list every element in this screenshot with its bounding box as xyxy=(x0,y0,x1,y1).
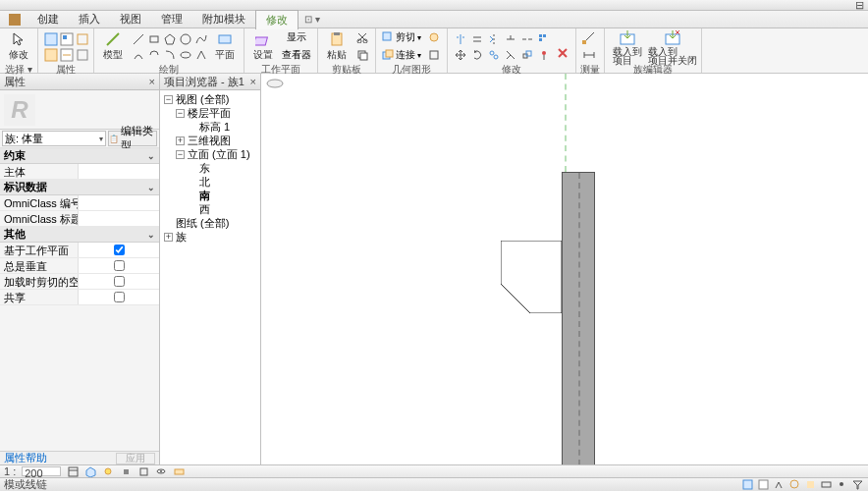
edit-type-button[interactable]: 📋编辑类型 xyxy=(108,131,157,146)
visual-style-icon[interactable] xyxy=(84,465,96,477)
project-browser-panel: 项目浏览器 - 族1 × −视图 (全部) −楼层平面 标高 1 +三维视图 −… xyxy=(160,74,261,464)
svg-rect-44 xyxy=(69,467,78,476)
tree-node-north[interactable]: 北 xyxy=(162,175,258,189)
tree-node-west[interactable]: 西 xyxy=(162,202,258,216)
nav-wheel-icon[interactable] xyxy=(265,78,285,89)
help-link[interactable]: 属性帮助 xyxy=(4,451,47,465)
tab-insert[interactable]: 插入 xyxy=(69,10,110,28)
scale-input[interactable]: 200 xyxy=(22,466,61,476)
tree-node-3d[interactable]: +三维视图 xyxy=(162,134,258,147)
workplane-checkbox[interactable] xyxy=(114,245,125,255)
pin-icon[interactable] xyxy=(535,46,553,64)
copy-icon[interactable] xyxy=(353,46,371,64)
reveal-icon[interactable] xyxy=(173,465,185,477)
status-icon-3[interactable] xyxy=(773,479,786,490)
model-button[interactable]: 模型 xyxy=(98,29,128,63)
load-to-project-button[interactable]: 载入到项目 xyxy=(609,29,646,63)
delete-icon[interactable] xyxy=(554,44,571,62)
tree-node-families[interactable]: +族 xyxy=(162,230,258,244)
tree-node-south[interactable]: 南 xyxy=(162,189,258,202)
draw-pick[interactable] xyxy=(192,46,210,64)
geom-icon-1[interactable] xyxy=(425,28,443,46)
svg-rect-18 xyxy=(334,32,340,35)
family-selector[interactable]: 族: 体量 ▾ xyxy=(2,131,106,146)
drawing-canvas[interactable] xyxy=(261,74,868,464)
svg-line-9 xyxy=(107,33,119,45)
paste-button[interactable]: 粘贴 xyxy=(322,29,352,63)
paste-icon xyxy=(328,30,346,47)
prop-always-vertical: 总是垂直 xyxy=(0,258,159,274)
omni-num-value[interactable] xyxy=(79,195,159,210)
host-value[interactable] xyxy=(79,164,159,179)
vertical-checkbox[interactable] xyxy=(114,260,125,271)
detail-level-icon[interactable] xyxy=(67,465,79,477)
prop-omni-title: OmniClass 标题 xyxy=(0,211,159,227)
section-constraints[interactable]: 约束⌄ xyxy=(0,148,159,164)
tab-modify[interactable]: 修改 xyxy=(255,10,298,29)
svg-point-54 xyxy=(790,480,798,488)
status-icon-1[interactable] xyxy=(741,479,754,490)
svg-rect-3 xyxy=(63,35,67,39)
filter-icon[interactable] xyxy=(851,479,864,490)
tree-node-sheets[interactable]: 图纸 (全部) xyxy=(162,216,258,230)
shadows-icon[interactable] xyxy=(120,465,132,477)
copy-mod-icon[interactable] xyxy=(485,46,503,64)
dimension-icon[interactable] xyxy=(580,46,598,64)
cut-icon[interactable] xyxy=(353,28,371,46)
revit-logo-icon: R xyxy=(4,94,35,126)
geom-icon-2[interactable] xyxy=(425,46,443,64)
status-icon-2[interactable] xyxy=(757,479,770,490)
scale-icon[interactable] xyxy=(518,46,536,64)
close-icon[interactable]: × xyxy=(250,76,256,87)
move-icon[interactable] xyxy=(452,46,469,64)
svg-rect-8 xyxy=(78,50,87,60)
svg-rect-11 xyxy=(150,36,158,42)
status-icon-5[interactable] xyxy=(804,479,817,490)
prop-shared: 共享 xyxy=(0,290,159,305)
join-geom-button[interactable]: 连接▾ xyxy=(380,46,423,64)
qat-dropdown[interactable]: ⊡ ▾ xyxy=(304,14,320,25)
apply-button[interactable]: 应用 xyxy=(116,453,155,464)
sun-path-icon[interactable] xyxy=(102,465,114,477)
status-icon-7[interactable] xyxy=(836,479,848,490)
modify-button[interactable]: 修改 xyxy=(4,29,33,63)
prop-spacer xyxy=(0,305,159,451)
wall-element[interactable] xyxy=(562,172,595,464)
section-other[interactable]: 其他⌄ xyxy=(0,227,159,243)
svg-rect-53 xyxy=(759,480,768,489)
prop-btn-6[interactable] xyxy=(74,46,91,64)
trim2-icon[interactable] xyxy=(502,46,519,64)
tab-create[interactable]: 创建 xyxy=(27,10,69,28)
profile-sketch[interactable] xyxy=(501,241,562,313)
cursor-icon xyxy=(10,30,27,47)
status-icon-4[interactable] xyxy=(788,479,801,490)
tab-addins[interactable]: 附加模块 xyxy=(192,10,255,28)
ribbon-group-measure: 测量 xyxy=(576,28,605,73)
hide-icon[interactable] xyxy=(155,465,167,477)
close-icon[interactable]: × xyxy=(149,76,155,87)
tree-node-east[interactable]: 东 xyxy=(162,161,258,175)
shared-checkbox[interactable] xyxy=(114,292,125,302)
rotate-icon[interactable] xyxy=(468,46,486,64)
tab-manage[interactable]: 管理 xyxy=(151,10,192,28)
viewer-button[interactable]: 查看器 xyxy=(280,46,313,64)
plane-button[interactable]: 平面 xyxy=(210,29,240,63)
app-logo-icon[interactable] xyxy=(8,13,22,27)
tree-node-views[interactable]: −视图 (全部) xyxy=(162,92,258,106)
tab-view[interactable]: 视图 xyxy=(110,10,151,28)
tree-node-level1[interactable]: 标高 1 xyxy=(162,120,258,134)
ribbon-group-geometry: 剪切▾ 连接▾ 几何图形 xyxy=(376,28,448,73)
cut-geom-button[interactable]: 剪切▾ xyxy=(380,28,423,46)
cutvoids-checkbox[interactable] xyxy=(114,276,125,287)
measure-icon[interactable] xyxy=(580,28,598,46)
tree-node-floorplans[interactable]: −楼层平面 xyxy=(162,106,258,120)
set-button[interactable]: 设置 xyxy=(248,29,278,63)
crop-icon[interactable] xyxy=(137,465,149,477)
close-icon[interactable]: ⊟ xyxy=(854,0,864,10)
section-identity[interactable]: 标识数据⌄ xyxy=(0,180,159,195)
tree-node-elevations[interactable]: −立面 (立面 1) xyxy=(162,147,258,161)
load-close-button[interactable]: 载入到项目并关闭 xyxy=(648,29,697,63)
omni-title-value[interactable] xyxy=(79,211,159,226)
show-button[interactable]: 显示 xyxy=(280,28,313,46)
status-icon-6[interactable] xyxy=(820,479,833,490)
